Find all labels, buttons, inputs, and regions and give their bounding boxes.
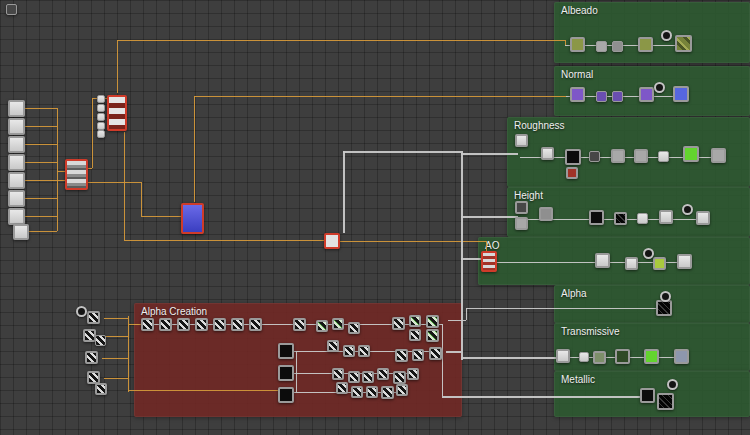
graph-node-bw[interactable] [362, 371, 374, 383]
graph-node-bw[interactable] [231, 318, 244, 331]
graph-node-purple[interactable] [639, 87, 654, 102]
graph-node-bw[interactable] [87, 311, 100, 324]
graph-node-bw[interactable] [351, 386, 363, 398]
graph-node-gray[interactable] [634, 149, 648, 163]
graph-node-tex[interactable] [13, 224, 29, 240]
graph-node-bw[interactable] [429, 347, 442, 360]
graph-node-bw[interactable] [412, 349, 424, 361]
graph-node-bw[interactable] [332, 368, 344, 380]
graph-node-bw[interactable] [336, 382, 348, 394]
graph-node-darkgray[interactable] [515, 201, 528, 214]
graph-node-bw[interactable] [343, 345, 355, 357]
graph-node-tex[interactable] [8, 100, 25, 117]
output-indicator-icon[interactable] [660, 291, 671, 302]
graph-node-purple[interactable] [570, 87, 585, 102]
graph-node-bluegray[interactable] [674, 349, 689, 364]
graph-node-tex[interactable] [637, 213, 648, 224]
graph-node-camo[interactable] [675, 35, 692, 52]
graph-node-bw[interactable] [95, 335, 106, 346]
graph-node-bw[interactable] [377, 368, 389, 380]
graph-node-bw[interactable] [177, 318, 190, 331]
graph-node-black[interactable] [640, 388, 655, 403]
node-graph-canvas[interactable]: Albeado Normal Roughness Height AO Alpha… [0, 0, 750, 435]
graph-node-darkgray[interactable] [589, 151, 600, 162]
graph-node-bw[interactable] [393, 371, 406, 384]
frame-ao[interactable]: AO [478, 237, 750, 285]
graph-node-bw[interactable] [249, 318, 262, 331]
graph-node-tex[interactable] [8, 154, 25, 171]
output-indicator-icon[interactable] [654, 82, 665, 93]
graph-node-green[interactable] [683, 146, 699, 162]
graph-node-graygreen[interactable] [593, 351, 606, 364]
graph-node-gray2[interactable] [612, 41, 623, 52]
graph-node-tex[interactable] [8, 136, 25, 153]
graph-node-bwg[interactable] [426, 315, 439, 328]
graph-node-blackpat[interactable] [614, 212, 627, 225]
graph-node-tex[interactable] [625, 257, 638, 270]
graph-node-tex[interactable] [515, 134, 528, 147]
graph-node-black[interactable] [565, 149, 581, 165]
graph-node-black[interactable] [589, 210, 604, 225]
graph-node-redblend[interactable] [65, 159, 88, 190]
graph-node-bw[interactable] [159, 318, 172, 331]
graph-node-bw[interactable] [409, 329, 421, 341]
graph-node-tex[interactable] [8, 172, 25, 189]
graph-node-tex[interactable] [579, 352, 589, 362]
graph-node-tex[interactable] [97, 104, 105, 112]
graph-node-black[interactable] [278, 365, 294, 381]
output-indicator-icon[interactable] [661, 30, 672, 41]
graph-node-tex[interactable] [97, 113, 105, 121]
graph-node-redstack[interactable] [107, 95, 127, 131]
output-indicator-icon[interactable] [643, 248, 654, 259]
graph-node-gray[interactable] [711, 148, 726, 163]
graph-node-blue[interactable] [673, 86, 689, 102]
graph-node-redsmall2[interactable] [481, 251, 497, 272]
graph-node-bw[interactable] [366, 386, 378, 398]
graph-node-bw[interactable] [396, 384, 408, 396]
graph-node-tex[interactable] [658, 151, 669, 162]
graph-node-bw[interactable] [85, 351, 98, 364]
graph-node-tex[interactable] [97, 122, 105, 130]
graph-node-bw[interactable] [392, 317, 405, 330]
graph-node-olive[interactable] [638, 37, 653, 52]
graph-node-gray[interactable] [596, 41, 607, 52]
graph-node-tex[interactable] [677, 254, 692, 269]
graph-node-tex[interactable] [595, 253, 610, 268]
graph-node-black[interactable] [278, 343, 294, 359]
graph-node-bw[interactable] [195, 318, 208, 331]
graph-node-bw[interactable] [348, 371, 360, 383]
graph-node-tex[interactable] [696, 211, 710, 225]
graph-node-tex[interactable] [8, 118, 25, 135]
graph-node-tex[interactable] [97, 95, 105, 103]
graph-node-bw[interactable] [407, 368, 419, 380]
graph-node-bw[interactable] [358, 345, 370, 357]
graph-node-tex[interactable] [8, 190, 25, 207]
graph-node-darkgreen[interactable] [615, 349, 630, 364]
graph-node-bw[interactable] [95, 383, 107, 395]
output-indicator-icon[interactable] [667, 379, 678, 390]
graph-node-green[interactable] [644, 349, 659, 364]
graph-node-redblue[interactable] [181, 203, 204, 234]
graph-node-bw[interactable] [141, 318, 154, 331]
graph-node-purple2[interactable] [596, 91, 607, 102]
graph-node-rust[interactable] [566, 167, 578, 179]
graph-node-darkgray[interactable] [6, 4, 17, 15]
graph-node-purple2[interactable] [612, 91, 623, 102]
graph-node-bw[interactable] [293, 318, 306, 331]
graph-node-bwg[interactable] [332, 318, 344, 330]
output-indicator-icon[interactable] [76, 306, 87, 317]
graph-node-olive[interactable] [570, 37, 585, 52]
output-indicator-icon[interactable] [682, 204, 693, 215]
graph-node-yellowgreen[interactable] [653, 257, 666, 270]
graph-node-bw[interactable] [327, 340, 339, 352]
graph-node-bwg[interactable] [316, 320, 328, 332]
graph-node-bw[interactable] [381, 386, 394, 399]
graph-node-bwg[interactable] [426, 329, 439, 342]
graph-node-tex[interactable] [97, 130, 105, 138]
graph-node-blackpat[interactable] [656, 300, 672, 316]
graph-node-redsmall[interactable] [324, 233, 340, 249]
frame-alpha[interactable]: Alpha [554, 285, 750, 323]
graph-node-tex[interactable] [659, 210, 673, 224]
graph-node-tex[interactable] [556, 349, 570, 363]
graph-node-gray2[interactable] [539, 207, 553, 221]
